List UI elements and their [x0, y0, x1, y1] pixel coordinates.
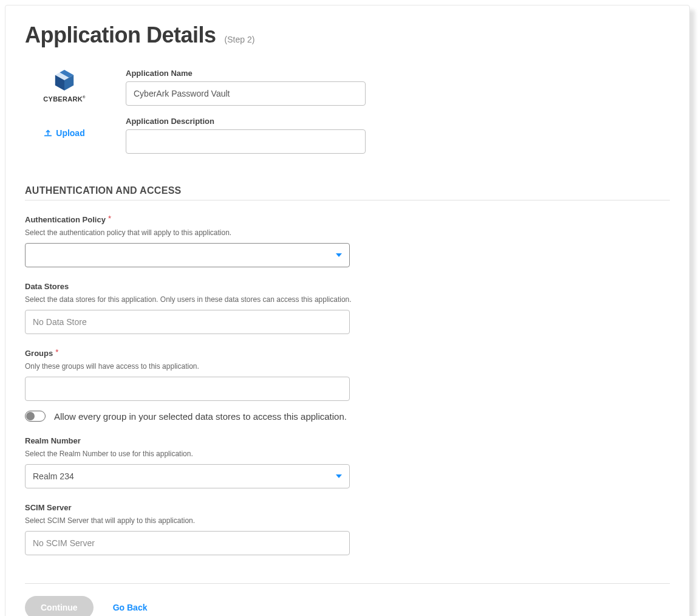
- data-stores-label: Data Stores: [25, 282, 69, 291]
- upload-icon: [44, 129, 52, 137]
- realm-select[interactable]: Realm 234: [25, 464, 350, 488]
- allow-all-groups-toggle[interactable]: [25, 411, 46, 422]
- realm-help: Select the Realm Number to use for this …: [25, 450, 670, 458]
- logo-text-ark: ARK: [67, 95, 83, 103]
- data-stores-value: No Data Store: [33, 317, 87, 327]
- app-fields: Application Name Application Description: [126, 69, 366, 154]
- required-indicator: *: [108, 214, 111, 223]
- page-title: Application Details: [25, 22, 216, 48]
- scim-select[interactable]: No SCIM Server: [25, 531, 350, 555]
- toggle-knob: [26, 412, 35, 420]
- upload-logo-link[interactable]: Upload: [44, 128, 84, 138]
- top-section: CYBERARK® Upload Application Name Applic…: [25, 69, 670, 154]
- required-indicator: *: [55, 347, 58, 357]
- data-stores-help: Select the data stores for this applicat…: [25, 295, 670, 304]
- step-indicator: (Step 2): [225, 35, 255, 44]
- footer-bar: Continue Go Back: [25, 583, 670, 616]
- realm-group: Realm Number Select the Realm Number to …: [25, 435, 670, 488]
- app-desc-input[interactable]: [126, 129, 366, 154]
- upload-label: Upload: [56, 128, 84, 138]
- app-logo: CYBERARK®: [43, 69, 85, 103]
- auth-policy-help: Select the authentication policy that wi…: [25, 228, 670, 237]
- scim-group: SCIM Server Select SCIM Server that will…: [25, 502, 670, 555]
- chevron-down-icon: [336, 474, 342, 478]
- scim-value: No SCIM Server: [33, 538, 95, 548]
- page-header: Application Details (Step 2): [25, 22, 670, 48]
- logo-text-cyber: CYBER: [43, 95, 67, 103]
- chevron-down-icon: [336, 253, 342, 257]
- allow-all-groups-label: Allow every group in your selected data …: [54, 411, 347, 422]
- go-back-link[interactable]: Go Back: [113, 603, 148, 612]
- application-details-panel: Application Details (Step 2) CYBERARK®: [5, 5, 690, 616]
- realm-value: Realm 234: [33, 471, 74, 481]
- auth-policy-select[interactable]: [25, 243, 350, 267]
- data-stores-group: Data Stores Select the data stores for t…: [25, 281, 670, 334]
- realm-label: Realm Number: [25, 436, 81, 445]
- scim-help: Select SCIM Server that will apply to th…: [25, 516, 670, 525]
- groups-group: Groups* Only these groups will have acce…: [25, 347, 670, 422]
- auth-policy-group: Authentication Policy* Select the authen…: [25, 214, 670, 267]
- logo-text: CYBERARK®: [43, 95, 85, 103]
- auth-policy-label: Authentication Policy: [25, 215, 106, 224]
- groups-label: Groups: [25, 349, 53, 358]
- groups-select[interactable]: [25, 377, 350, 401]
- app-desc-label: Application Description: [126, 117, 366, 126]
- data-stores-select[interactable]: No Data Store: [25, 310, 350, 334]
- app-name-field-group: Application Name: [126, 69, 366, 106]
- app-name-label: Application Name: [126, 69, 366, 78]
- continue-button[interactable]: Continue: [25, 596, 94, 616]
- allow-all-groups-row: Allow every group in your selected data …: [25, 411, 670, 422]
- app-desc-field-group: Application Description: [126, 117, 366, 154]
- auth-section-header: Authentication and Access: [25, 185, 670, 200]
- app-name-input[interactable]: [126, 81, 366, 106]
- groups-help: Only these groups will have access to th…: [25, 362, 670, 371]
- scim-label: SCIM Server: [25, 503, 72, 512]
- logo-column: CYBERARK® Upload: [25, 69, 104, 138]
- cube-icon: [53, 69, 76, 92]
